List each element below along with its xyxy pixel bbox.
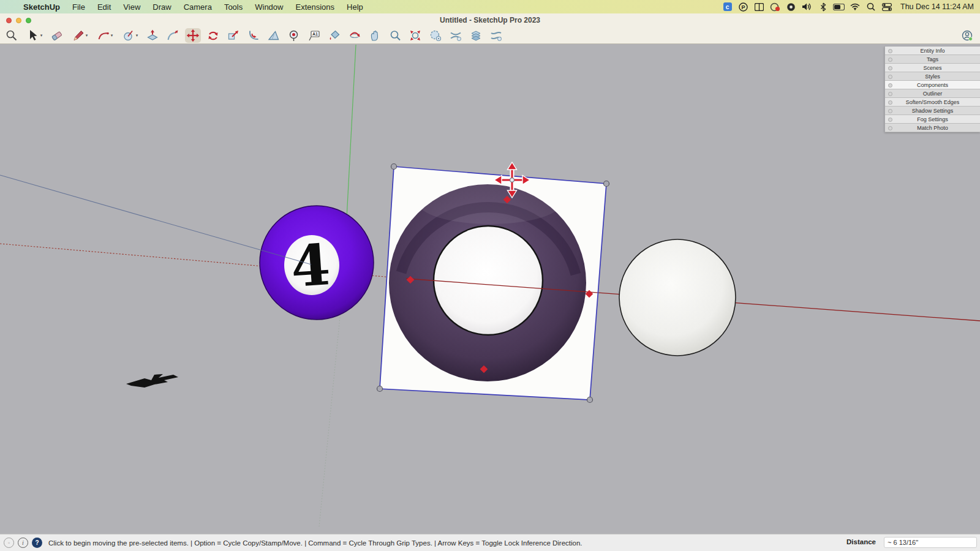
menu-draw[interactable]: Draw xyxy=(146,2,177,12)
collapse-dot-icon xyxy=(888,118,892,122)
account-sign-in-icon[interactable] xyxy=(960,29,974,42)
chevron-down-icon[interactable]: ▾ xyxy=(40,33,43,38)
menu-view[interactable]: View xyxy=(117,2,146,12)
tape-measure-tool[interactable] xyxy=(266,28,282,43)
wifi-icon[interactable] xyxy=(849,2,861,12)
menu-help[interactable]: Help xyxy=(341,2,369,12)
menu-bar-clock[interactable]: Thu Dec 14 11:24 AM xyxy=(897,2,974,11)
line-tool[interactable]: ▾ xyxy=(69,28,90,43)
geolocation-icon[interactable]: ◦ xyxy=(4,538,14,548)
tray-label: Shadow Settings xyxy=(912,108,954,114)
sketchup-toolbar: ▾ ▾ ▾ ▾ A1 xyxy=(0,27,980,44)
zoom-tool[interactable] xyxy=(387,28,403,43)
collapse-dot-icon xyxy=(888,126,892,130)
rotate-tool[interactable] xyxy=(205,28,221,43)
arcs-tool[interactable]: ▾ xyxy=(94,28,115,43)
tray-soften-smooth-edges[interactable]: Soften/Smooth Edges xyxy=(885,98,980,107)
shapes-tool[interactable]: ▾ xyxy=(119,28,140,43)
control-center-icon[interactable] xyxy=(881,2,892,12)
menu-file[interactable]: File xyxy=(66,2,91,12)
ball-number-label: 4 xyxy=(288,231,332,300)
menu-edit[interactable]: Edit xyxy=(91,2,117,12)
pan-tool[interactable] xyxy=(367,28,383,43)
window-title-bar: Untitled - SketchUp Pro 2023 xyxy=(0,13,980,27)
menu-camera[interactable]: Camera xyxy=(178,2,218,12)
collapse-dot-icon xyxy=(888,49,892,53)
orbit-tool[interactable] xyxy=(347,28,363,43)
chevron-down-icon[interactable]: ▾ xyxy=(86,33,88,38)
select-tool[interactable]: ▾ xyxy=(24,28,45,43)
grip-bottom-right[interactable] xyxy=(587,397,593,403)
info-icon[interactable]: i xyxy=(18,538,28,548)
window-title: Untitled - SketchUp Pro 2023 xyxy=(0,13,980,27)
billiard-ball-4[interactable]: 4 xyxy=(260,206,374,320)
collapse-dot-icon xyxy=(888,92,892,96)
spotlight-search-icon[interactable] xyxy=(865,2,876,12)
battery-icon[interactable] xyxy=(833,2,845,12)
eraser-tool[interactable] xyxy=(49,28,65,43)
screen-record-icon[interactable] xyxy=(769,2,781,12)
grip-bottom-left[interactable] xyxy=(377,386,383,392)
extension-weld-tool[interactable] xyxy=(448,28,464,43)
zoom-extents-tool[interactable] xyxy=(407,28,423,43)
macos-menu-bar: SketchUp File Edit View Draw Camera Tool… xyxy=(0,0,980,13)
collapse-dot-icon xyxy=(888,100,892,105)
modeling-canvas[interactable]: 4 xyxy=(0,0,980,551)
collapse-dot-icon xyxy=(888,58,892,62)
tray-label: Soften/Smooth Edges xyxy=(906,99,960,105)
tray-scenes[interactable]: Scenes xyxy=(885,64,980,72)
tray-styles[interactable]: Styles xyxy=(885,72,980,81)
menu-tools[interactable]: Tools xyxy=(218,2,249,12)
grip-top-left[interactable] xyxy=(391,164,397,170)
follow-me-tool[interactable] xyxy=(165,28,181,43)
text-tool[interactable]: A1 xyxy=(306,28,322,43)
collapse-dot-icon xyxy=(888,83,892,88)
search-tool[interactable] xyxy=(4,28,20,43)
chevron-down-icon[interactable]: ▾ xyxy=(136,33,138,38)
tray-label: Entity Info xyxy=(920,48,944,54)
extension-overlap-tool[interactable] xyxy=(428,28,443,43)
tray-entity-info[interactable]: Entity Info xyxy=(885,47,980,55)
tray-fog-settings[interactable]: Fog Settings xyxy=(885,115,980,124)
tray-label: Match Photo xyxy=(917,125,948,131)
status-hint-text: Click to begin moving the pre-selected i… xyxy=(48,539,582,547)
parallels-icon[interactable]: P xyxy=(737,2,749,12)
extension-smooth-tool[interactable] xyxy=(488,28,504,43)
menu-window[interactable]: Window xyxy=(249,2,289,12)
tray-components[interactable]: Components xyxy=(885,81,980,89)
tray-label: Outliner xyxy=(923,91,943,97)
menu-sketchup[interactable]: SketchUp xyxy=(17,2,66,12)
chevron-down-icon[interactable]: ▾ xyxy=(111,33,113,38)
menu-extensions[interactable]: Extensions xyxy=(289,2,341,12)
measurement-input[interactable] xyxy=(884,537,977,548)
push-pull-tool[interactable] xyxy=(145,28,160,43)
white-sphere[interactable] xyxy=(619,239,736,356)
paint-bucket-tool[interactable] xyxy=(326,28,342,43)
collapse-dot-icon xyxy=(888,75,892,79)
move-tool[interactable] xyxy=(185,28,201,43)
svg-text:P: P xyxy=(742,4,745,10)
default-tray-panel: Entity Info Tags Scenes Styles Component… xyxy=(884,47,980,132)
help-icon[interactable]: ? xyxy=(32,538,42,548)
collapse-dot-icon xyxy=(888,66,892,70)
bluetooth-icon[interactable] xyxy=(817,2,829,12)
collapse-dot-icon xyxy=(888,109,892,113)
film-strip-icon[interactable] xyxy=(753,2,765,12)
scale-tool[interactable] xyxy=(225,28,241,43)
tray-label: Tags xyxy=(927,56,938,62)
tray-match-photo[interactable]: Match Photo xyxy=(885,124,980,132)
display-icon[interactable] xyxy=(785,2,797,12)
tray-label: Styles xyxy=(925,73,940,80)
grip-top-right[interactable] xyxy=(604,181,609,187)
distance-label: Distance xyxy=(846,538,876,545)
tray-outliner[interactable]: Outliner xyxy=(885,89,980,98)
position-camera-tool[interactable] xyxy=(286,28,302,43)
tray-label: Fog Settings xyxy=(917,116,948,122)
clipboard-app-icon[interactable]: c xyxy=(722,2,733,12)
tray-shadow-settings[interactable]: Shadow Settings xyxy=(885,107,980,115)
tray-tags[interactable]: Tags xyxy=(885,55,980,64)
offset-tool[interactable] xyxy=(246,28,262,43)
svg-text:A1: A1 xyxy=(312,32,318,36)
extension-layers-tool[interactable] xyxy=(468,28,484,43)
volume-icon[interactable] xyxy=(801,2,813,12)
